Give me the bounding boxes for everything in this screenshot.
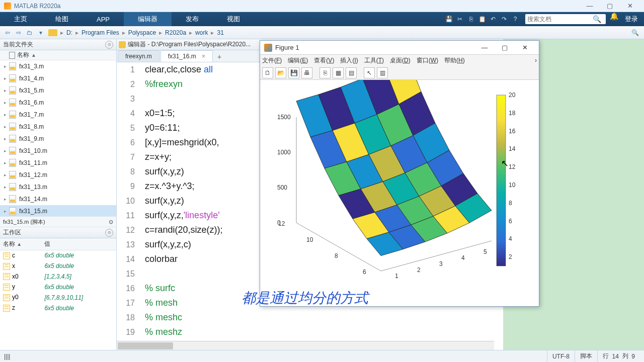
var-value-col[interactable]: 值 — [41, 238, 116, 250]
insert-icon[interactable]: ▤ — [346, 67, 357, 78]
figure-axes[interactable]: 050010001500123456810122468101214161820 — [260, 80, 539, 306]
scrollbar-thumb[interactable] — [118, 342, 173, 349]
cwd-label: 当前文件夹 — [3, 40, 33, 49]
breadcrumb-item[interactable]: Polyspace — [126, 29, 158, 36]
file-row[interactable]: ▸fx31_4.m — [0, 72, 116, 84]
file-row[interactable]: ▸fx31_6.m — [0, 97, 116, 109]
file-row[interactable]: ▸fx31_8.m — [0, 121, 116, 133]
figure-toolbar[interactable]: 🗋 📂 💾 🖶 ⎘ ▦ ▤ ↖ ▥ — [260, 66, 539, 80]
info-gear-icon[interactable]: ⊙ — [109, 219, 113, 225]
editor-tab-1[interactable]: fx31_16.m × — [160, 50, 213, 62]
fig-menu-item[interactable]: 工具(T) — [364, 56, 384, 65]
paste-icon[interactable]: 📋 — [477, 14, 487, 24]
maximize-button[interactable]: ▢ — [600, 0, 620, 12]
tab-view[interactable]: 视图 — [213, 12, 254, 26]
history-icon[interactable]: ▾ — [36, 28, 46, 38]
print-icon[interactable]: 🖶 — [301, 67, 312, 78]
redo-icon[interactable]: ↷ — [499, 14, 509, 24]
h-scrollbar[interactable] — [117, 341, 494, 350]
new-fig-icon[interactable]: 🗋 — [262, 67, 273, 78]
file-row[interactable]: ▸fx31_14.m — [0, 193, 116, 205]
close-button[interactable]: ✕ — [620, 0, 640, 12]
path-search-icon[interactable]: 🔍 — [628, 29, 642, 36]
open-icon[interactable]: 📂 — [275, 67, 286, 78]
svg-text:12: 12 — [509, 163, 516, 170]
login-button[interactable]: 登录 — [619, 12, 644, 26]
file-row[interactable]: ▸fx31_3.m — [0, 60, 116, 72]
new-tab-button[interactable]: + — [214, 52, 225, 62]
var-row[interactable]: x0[1,2,3,4,5] — [0, 272, 116, 282]
editor-title-text: 编辑器 - D:\Program Files\Polyspace\R2020..… — [128, 40, 251, 49]
sort-icon[interactable]: ▲ — [31, 52, 36, 58]
search-icon[interactable]: 🔍 — [593, 15, 601, 23]
cut-icon[interactable]: ✂ — [455, 14, 465, 24]
datatip-icon[interactable]: ▥ — [377, 67, 388, 78]
figure-window[interactable]: Figure 1 — ▢ ✕ 文件(F)编辑(E)查看(V)插入(I)工具(T)… — [260, 40, 539, 307]
fig-maximize-button[interactable]: ▢ — [495, 41, 515, 55]
menu-overflow-icon[interactable]: › — [535, 57, 537, 64]
ws-gear-icon[interactable]: ⊙ — [105, 229, 113, 237]
minimize-button[interactable]: — — [580, 0, 600, 12]
file-row[interactable]: ▸fx31_12.m — [0, 169, 116, 181]
var-row[interactable]: y6x5 double — [0, 282, 116, 292]
breadcrumb-item[interactable]: R2020a — [163, 29, 188, 36]
editor-tab-0[interactable]: freexyn.m — [118, 50, 159, 62]
var-name-col[interactable]: 名称 ▲ — [0, 238, 41, 250]
encoding-cell[interactable]: UTF-8 — [547, 350, 575, 362]
figure-menubar[interactable]: 文件(F)编辑(E)查看(V)插入(I)工具(T)桌面(D)窗口(W)帮助(H)… — [260, 55, 539, 66]
fig-menu-item[interactable]: 桌面(D) — [390, 56, 411, 65]
tab-app[interactable]: APP — [83, 12, 124, 26]
tab-plot[interactable]: 绘图 — [41, 12, 83, 26]
tab-editor[interactable]: 编辑器 — [124, 12, 172, 26]
workspace-panel-header: 工作区 ⊙ — [0, 227, 116, 238]
var-row[interactable]: z6x5 double — [0, 303, 116, 313]
fig-menu-item[interactable]: 插入(I) — [340, 56, 358, 65]
breadcrumb-item[interactable]: work — [193, 29, 210, 36]
search-input[interactable] — [527, 16, 593, 23]
copy-icon[interactable]: ⎘ — [466, 14, 476, 24]
pointer-icon[interactable]: ↖ — [364, 67, 375, 78]
doc-search[interactable]: 🔍 — [525, 14, 606, 24]
mfile-icon — [9, 62, 16, 70]
figure-titlebar[interactable]: Figure 1 — ▢ ✕ — [260, 41, 539, 55]
var-row[interactable]: y0[6,7,8,9,10,11] — [0, 292, 116, 303]
close-tab-icon[interactable]: × — [202, 53, 205, 60]
forward-icon[interactable]: ⇨ — [14, 28, 24, 38]
save-fig-icon[interactable]: 💾 — [288, 67, 299, 78]
fig-menu-item[interactable]: 窗口(W) — [417, 56, 438, 65]
breadcrumb-item[interactable]: D: — [64, 29, 74, 36]
tab-home[interactable]: 主页 — [0, 12, 41, 26]
file-row[interactable]: ▸fx31_10.m — [0, 145, 116, 157]
gear-icon[interactable]: ⊙ — [105, 41, 113, 49]
up-icon[interactable]: 🗀 — [25, 28, 35, 38]
var-row[interactable]: c6x5 double — [0, 250, 116, 261]
fig-menu-item[interactable]: 查看(V) — [314, 56, 334, 65]
file-row[interactable]: ▸fx31_11.m — [0, 157, 116, 169]
file-list-header[interactable]: 名称 ▲ — [0, 50, 116, 60]
file-row[interactable]: ▸fx31_5.m — [0, 84, 116, 97]
mfile-icon — [9, 99, 16, 107]
back-icon[interactable]: ⇦ — [3, 28, 13, 38]
layout-icon[interactable]: ▦ — [333, 67, 344, 78]
notification-icon[interactable]: 🔔 — [609, 12, 619, 26]
file-row[interactable]: ▸fx31_7.m — [0, 109, 116, 121]
fig-menu-item[interactable]: 编辑(E) — [288, 56, 308, 65]
file-row[interactable]: ▸fx31_13.m — [0, 181, 116, 193]
save-icon[interactable]: 💾 — [444, 14, 454, 24]
link-icon[interactable]: ⎘ — [319, 67, 331, 78]
svg-text:2: 2 — [417, 266, 421, 274]
fig-minimize-button[interactable]: — — [474, 41, 495, 55]
file-row[interactable]: ▸fx31_9.m — [0, 133, 116, 145]
help-icon[interactable]: ? — [510, 14, 520, 24]
breadcrumb-item[interactable]: Program Files — [79, 29, 121, 36]
svg-text:1000: 1000 — [277, 149, 291, 156]
fig-close-button[interactable]: ✕ — [515, 41, 535, 55]
undo-icon[interactable]: ↶ — [488, 14, 498, 24]
fig-menu-item[interactable]: 文件(F) — [262, 56, 282, 65]
tab-publish[interactable]: 发布 — [172, 12, 213, 26]
fig-menu-item[interactable]: 帮助(H) — [444, 56, 465, 65]
var-row[interactable]: x6x5 double — [0, 261, 116, 272]
file-row[interactable]: ▸fx31_15.m — [0, 205, 116, 216]
breadcrumb-item[interactable]: 31 — [215, 29, 225, 36]
svg-text:3: 3 — [439, 260, 443, 267]
